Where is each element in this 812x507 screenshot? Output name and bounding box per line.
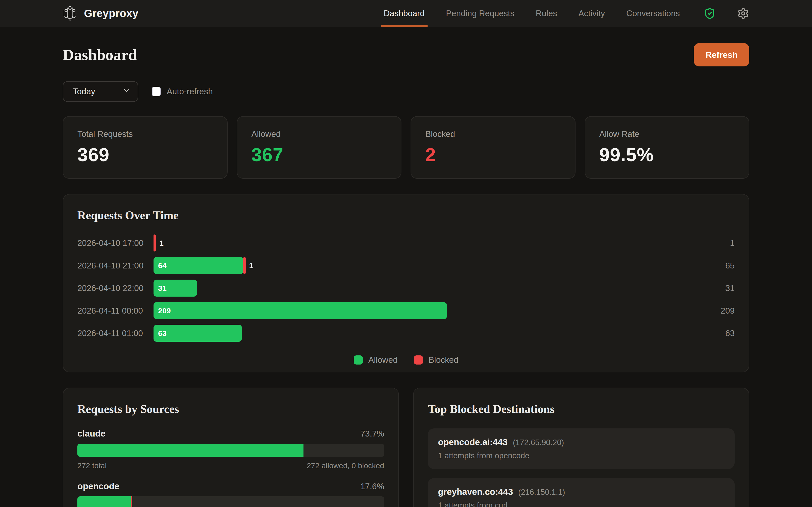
settings-gear-icon[interactable] xyxy=(737,7,749,19)
row-total-label: 1 xyxy=(697,238,734,248)
destination-ip: (216.150.1.1) xyxy=(516,488,565,497)
stat-label: Total Requests xyxy=(78,129,213,139)
chart-row: 2026-04-10 17:00 1 1 xyxy=(78,232,734,254)
requests-by-sources-panel: Requests by Sources claude 73.7% 272 tot… xyxy=(63,388,399,507)
source-total-label: 272 total xyxy=(78,461,107,470)
source-name: opencode xyxy=(78,481,119,491)
chevron-down-icon xyxy=(122,87,130,96)
chart-category-label: 2026-04-11 00:00 xyxy=(78,306,154,316)
blocked-value-label: 1 xyxy=(159,239,164,247)
allowed-value-label: 64 xyxy=(158,261,166,270)
row-total-label: 63 xyxy=(697,329,734,338)
allowed-bar-segment: 64 xyxy=(154,257,243,274)
source-percent: 73.7% xyxy=(360,429,384,439)
stat-value: 99.5% xyxy=(599,144,735,166)
chart-bar: 63 xyxy=(154,325,697,342)
allowed-value-label: 63 xyxy=(158,329,166,338)
chart-bar: 64 1 xyxy=(154,257,697,274)
stat-value: 2 xyxy=(425,144,561,166)
nav-item-activity[interactable]: Activity xyxy=(578,0,605,27)
time-range-select[interactable]: Today xyxy=(63,81,138,102)
source-blocked-segment xyxy=(131,496,132,507)
destination-attempts: 1 attempts from curl xyxy=(438,501,724,507)
blocked-bar-segment xyxy=(154,234,156,251)
legend-swatch xyxy=(414,355,423,364)
top-blocked-destinations-panel: Top Blocked Destinations opencode.ai:443… xyxy=(413,388,749,507)
source-progress-bar xyxy=(78,444,384,457)
source-name: claude xyxy=(78,429,106,439)
main-content: Dashboard Refresh Today Auto-refresh Tot… xyxy=(63,43,749,507)
stat-label: Allow Rate xyxy=(599,129,735,139)
blocked-destinations-list: opencode.ai:443 (172.65.90.20) 1 attempt… xyxy=(428,429,734,507)
allowed-value-label: 31 xyxy=(158,284,166,292)
legend-item: Allowed xyxy=(354,355,398,365)
nav-item-dashboard[interactable]: Dashboard xyxy=(384,0,424,27)
row-total-label: 31 xyxy=(697,283,734,293)
source-allowed-segment xyxy=(78,444,303,457)
status-shield-icon[interactable] xyxy=(704,7,716,19)
blocked-destination-item: greyhaven.co:443 (216.150.1.1) 1 attempt… xyxy=(428,478,734,507)
allowed-value-label: 209 xyxy=(158,306,171,315)
chart-category-label: 2026-04-10 17:00 xyxy=(78,238,154,248)
destination-host: opencode.ai:443 xyxy=(438,437,507,447)
destination-ip: (172.65.90.20) xyxy=(511,438,564,447)
allowed-bar-segment: 31 xyxy=(154,280,197,297)
nav-item-pending-requests[interactable]: Pending Requests xyxy=(446,0,514,27)
stat-label: Allowed xyxy=(251,129,387,139)
page-title: Dashboard xyxy=(63,46,137,64)
auto-refresh-label: Auto-refresh xyxy=(167,87,213,96)
chart-category-label: 2026-04-11 01:00 xyxy=(78,329,154,338)
allowed-bar-segment: 209 xyxy=(154,302,447,319)
stat-card: Total Requests 369 xyxy=(63,116,227,179)
chart-category-label: 2026-04-10 21:00 xyxy=(78,261,154,271)
blocked-value-label: 1 xyxy=(249,261,253,270)
nav-item-rules[interactable]: Rules xyxy=(536,0,557,27)
chart-category-label: 2026-04-10 22:00 xyxy=(78,283,154,293)
legend-label: Allowed xyxy=(368,355,398,365)
auto-refresh-control: Auto-refresh xyxy=(152,87,213,96)
stat-cards: Total Requests 369 Allowed 367 Blocked 2… xyxy=(63,116,749,179)
source-row: claude 73.7% 272 total 272 allowed, 0 bl… xyxy=(78,429,384,470)
source-row: opencode 17.6% 65 total 64 allowed, 1 bl… xyxy=(78,481,384,507)
destination-attempts: 1 attempts from opencode xyxy=(438,451,724,460)
source-allowed-segment xyxy=(78,496,131,507)
stat-label: Blocked xyxy=(425,129,561,139)
stat-value: 369 xyxy=(78,144,213,166)
refresh-button[interactable]: Refresh xyxy=(694,43,749,66)
blocked-destination-item: opencode.ai:443 (172.65.90.20) 1 attempt… xyxy=(428,429,734,469)
chart-legend: Allowed Blocked xyxy=(78,355,734,365)
requests-over-time-chart: 2026-04-10 17:00 1 1 2026-04-10 21:00 64… xyxy=(78,232,734,344)
chart-row: 2026-04-11 01:00 63 63 xyxy=(78,322,734,344)
source-detail-label: 272 allowed, 0 blocked xyxy=(307,461,384,470)
chart-bar: 31 xyxy=(154,280,697,297)
stat-card: Allowed 367 xyxy=(237,116,402,179)
destination-host: greyhaven.co:443 xyxy=(438,487,513,497)
chart-bar: 209 xyxy=(154,302,697,319)
chart-row: 2026-04-10 21:00 64 1 65 xyxy=(78,254,734,277)
brand-name: Greyproxy xyxy=(84,7,139,19)
source-progress-bar xyxy=(78,496,384,507)
stat-value: 367 xyxy=(251,144,387,166)
main-nav: DashboardPending RequestsRulesActivityCo… xyxy=(384,0,749,27)
time-range-value: Today xyxy=(73,87,95,96)
row-total-label: 209 xyxy=(697,306,734,316)
requests-over-time-panel: Requests Over Time 2026-04-10 17:00 1 1 … xyxy=(63,194,749,373)
requests-by-sources-title: Requests by Sources xyxy=(78,402,384,416)
nav-item-conversations[interactable]: Conversations xyxy=(626,0,680,27)
allowed-bar-segment: 63 xyxy=(154,325,242,342)
source-percent: 17.6% xyxy=(360,482,384,491)
sources-list: claude 73.7% 272 total 272 allowed, 0 bl… xyxy=(78,429,384,507)
legend-item: Blocked xyxy=(414,355,458,365)
brand-home-link[interactable]: Greyproxy xyxy=(63,5,139,21)
legend-label: Blocked xyxy=(428,355,458,365)
stat-card: Blocked 2 xyxy=(411,116,575,179)
chart-bar: 1 xyxy=(154,234,697,251)
chart-row: 2026-04-11 00:00 209 209 xyxy=(78,299,734,322)
greyproxy-logo-icon xyxy=(63,5,78,21)
legend-swatch xyxy=(354,355,363,364)
top-navbar: Greyproxy DashboardPending RequestsRules… xyxy=(0,0,812,27)
auto-refresh-checkbox[interactable] xyxy=(152,87,161,96)
requests-over-time-title: Requests Over Time xyxy=(78,209,734,222)
blocked-bar-segment xyxy=(243,257,246,274)
chart-row: 2026-04-10 22:00 31 31 xyxy=(78,277,734,299)
